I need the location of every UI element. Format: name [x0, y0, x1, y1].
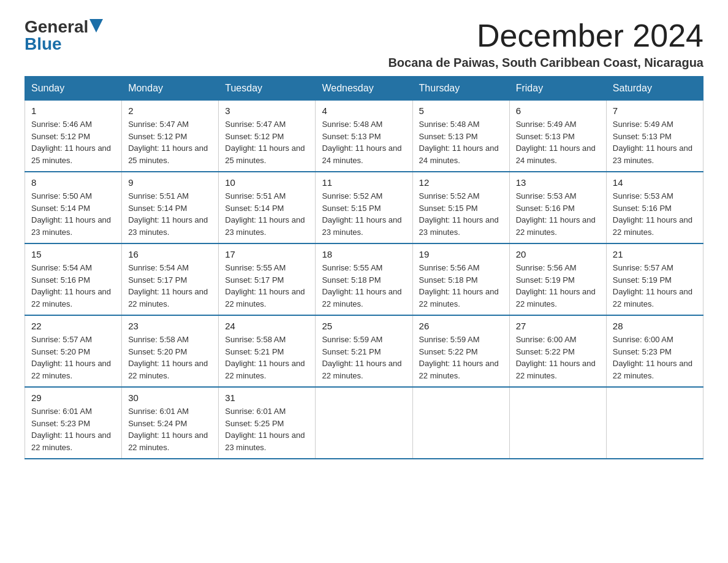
- day-number: 2: [128, 105, 212, 116]
- day-number: 26: [419, 321, 503, 331]
- logo-general-text: General: [25, 18, 88, 36]
- calendar-cell: 2 Sunrise: 5:47 AMSunset: 5:12 PMDayligh…: [122, 101, 219, 172]
- day-number: 12: [419, 177, 503, 188]
- logo-blue-text: Blue: [25, 36, 62, 53]
- day-info: Sunrise: 6:01 AMSunset: 5:24 PMDaylight:…: [128, 405, 212, 453]
- calendar-cell: 30 Sunrise: 6:01 AMSunset: 5:24 PMDaylig…: [122, 387, 219, 459]
- day-number: 24: [225, 321, 309, 331]
- day-info: Sunrise: 5:46 AMSunset: 5:12 PMDaylight:…: [31, 118, 115, 166]
- calendar-table: SundayMondayTuesdayWednesdayThursdayFrid…: [25, 76, 703, 459]
- calendar-week-row: 29 Sunrise: 6:01 AMSunset: 5:23 PMDaylig…: [25, 387, 703, 459]
- day-info: Sunrise: 5:54 AMSunset: 5:16 PMDaylight:…: [31, 262, 115, 310]
- logo: General Blue: [25, 18, 103, 53]
- day-number: 14: [613, 177, 697, 188]
- page-header: General Blue December 2024 Bocana de Pai…: [25, 18, 703, 70]
- day-info: Sunrise: 5:48 AMSunset: 5:13 PMDaylight:…: [322, 118, 406, 166]
- day-number: 11: [322, 177, 406, 188]
- calendar-cell: 29 Sunrise: 6:01 AMSunset: 5:23 PMDaylig…: [25, 387, 122, 459]
- day-info: Sunrise: 5:50 AMSunset: 5:14 PMDaylight:…: [31, 190, 115, 238]
- day-info: Sunrise: 5:51 AMSunset: 5:14 PMDaylight:…: [225, 190, 309, 238]
- calendar-cell: 24 Sunrise: 5:58 AMSunset: 5:21 PMDaylig…: [219, 315, 316, 387]
- calendar-cell: 31 Sunrise: 6:01 AMSunset: 5:25 PMDaylig…: [219, 387, 316, 459]
- day-number: 17: [225, 249, 309, 259]
- day-number: 3: [225, 105, 309, 116]
- day-number: 29: [31, 393, 115, 403]
- calendar-cell: [606, 387, 703, 459]
- calendar-cell: 14 Sunrise: 5:53 AMSunset: 5:16 PMDaylig…: [606, 172, 703, 243]
- calendar-cell: 5 Sunrise: 5:48 AMSunset: 5:13 PMDayligh…: [412, 101, 509, 172]
- calendar-cell: 20 Sunrise: 5:56 AMSunset: 5:19 PMDaylig…: [509, 243, 606, 315]
- calendar-cell: 6 Sunrise: 5:49 AMSunset: 5:13 PMDayligh…: [509, 101, 606, 172]
- day-number: 21: [613, 249, 697, 259]
- calendar-cell: [509, 387, 606, 459]
- day-info: Sunrise: 5:53 AMSunset: 5:16 PMDaylight:…: [516, 190, 600, 238]
- calendar-cell: 25 Sunrise: 5:59 AMSunset: 5:21 PMDaylig…: [316, 315, 412, 387]
- day-info: Sunrise: 6:00 AMSunset: 5:22 PMDaylight:…: [516, 334, 600, 381]
- calendar-cell: 11 Sunrise: 5:52 AMSunset: 5:15 PMDaylig…: [316, 172, 412, 243]
- day-info: Sunrise: 5:56 AMSunset: 5:19 PMDaylight:…: [516, 262, 600, 310]
- day-info: Sunrise: 6:01 AMSunset: 5:23 PMDaylight:…: [31, 405, 115, 453]
- day-number: 15: [31, 249, 115, 259]
- day-number: 6: [516, 105, 600, 116]
- day-number: 19: [419, 249, 503, 259]
- day-info: Sunrise: 5:54 AMSunset: 5:17 PMDaylight:…: [128, 262, 212, 310]
- day-info: Sunrise: 5:49 AMSunset: 5:13 PMDaylight:…: [613, 118, 697, 166]
- calendar-week-row: 8 Sunrise: 5:50 AMSunset: 5:14 PMDayligh…: [25, 172, 703, 243]
- calendar-cell: 19 Sunrise: 5:56 AMSunset: 5:18 PMDaylig…: [412, 243, 509, 315]
- day-info: Sunrise: 6:00 AMSunset: 5:23 PMDaylight:…: [613, 334, 697, 381]
- calendar-cell: 28 Sunrise: 6:00 AMSunset: 5:23 PMDaylig…: [606, 315, 703, 387]
- day-info: Sunrise: 5:48 AMSunset: 5:13 PMDaylight:…: [419, 118, 503, 166]
- header-thursday: Thursday: [412, 77, 509, 101]
- day-number: 22: [31, 321, 115, 331]
- day-info: Sunrise: 5:56 AMSunset: 5:18 PMDaylight:…: [419, 262, 503, 310]
- day-info: Sunrise: 5:57 AMSunset: 5:19 PMDaylight:…: [613, 262, 697, 310]
- header-friday: Friday: [509, 77, 606, 101]
- day-info: Sunrise: 5:58 AMSunset: 5:21 PMDaylight:…: [225, 334, 309, 381]
- calendar-cell: 3 Sunrise: 5:47 AMSunset: 5:12 PMDayligh…: [219, 101, 316, 172]
- day-number: 7: [613, 105, 697, 116]
- calendar-cell: 27 Sunrise: 6:00 AMSunset: 5:22 PMDaylig…: [509, 315, 606, 387]
- calendar-cell: 15 Sunrise: 5:54 AMSunset: 5:16 PMDaylig…: [25, 243, 122, 315]
- day-info: Sunrise: 6:01 AMSunset: 5:25 PMDaylight:…: [225, 405, 309, 453]
- calendar-week-row: 15 Sunrise: 5:54 AMSunset: 5:16 PMDaylig…: [25, 243, 703, 315]
- day-number: 25: [322, 321, 406, 331]
- calendar-cell: 23 Sunrise: 5:58 AMSunset: 5:20 PMDaylig…: [122, 315, 219, 387]
- day-number: 23: [128, 321, 212, 331]
- calendar-week-row: 22 Sunrise: 5:57 AMSunset: 5:20 PMDaylig…: [25, 315, 703, 387]
- day-info: Sunrise: 5:53 AMSunset: 5:16 PMDaylight:…: [613, 190, 697, 238]
- day-number: 1: [31, 105, 115, 116]
- day-number: 20: [516, 249, 600, 259]
- header-tuesday: Tuesday: [219, 77, 316, 101]
- day-number: 27: [516, 321, 600, 331]
- day-info: Sunrise: 5:47 AMSunset: 5:12 PMDaylight:…: [225, 118, 309, 166]
- day-info: Sunrise: 5:57 AMSunset: 5:20 PMDaylight:…: [31, 334, 115, 381]
- header-saturday: Saturday: [606, 77, 703, 101]
- day-info: Sunrise: 5:49 AMSunset: 5:13 PMDaylight:…: [516, 118, 600, 166]
- title-block: December 2024 Bocana de Paiwas, South Ca…: [388, 18, 703, 70]
- month-title: December 2024: [388, 18, 703, 53]
- day-number: 4: [322, 105, 406, 116]
- header-wednesday: Wednesday: [316, 77, 412, 101]
- logo-triangle-icon: [89, 19, 103, 33]
- day-number: 30: [128, 393, 212, 403]
- day-info: Sunrise: 5:55 AMSunset: 5:18 PMDaylight:…: [322, 262, 406, 310]
- calendar-cell: [412, 387, 509, 459]
- calendar-cell: 1 Sunrise: 5:46 AMSunset: 5:12 PMDayligh…: [25, 101, 122, 172]
- calendar-cell: 16 Sunrise: 5:54 AMSunset: 5:17 PMDaylig…: [122, 243, 219, 315]
- calendar-cell: 17 Sunrise: 5:55 AMSunset: 5:17 PMDaylig…: [219, 243, 316, 315]
- calendar-cell: [316, 387, 412, 459]
- calendar-cell: 8 Sunrise: 5:50 AMSunset: 5:14 PMDayligh…: [25, 172, 122, 243]
- location-subtitle: Bocana de Paiwas, South Caribbean Coast,…: [388, 56, 703, 70]
- day-number: 31: [225, 393, 309, 403]
- calendar-cell: 22 Sunrise: 5:57 AMSunset: 5:20 PMDaylig…: [25, 315, 122, 387]
- day-number: 16: [128, 249, 212, 259]
- calendar-cell: 7 Sunrise: 5:49 AMSunset: 5:13 PMDayligh…: [606, 101, 703, 172]
- calendar-cell: 12 Sunrise: 5:52 AMSunset: 5:15 PMDaylig…: [412, 172, 509, 243]
- day-info: Sunrise: 5:55 AMSunset: 5:17 PMDaylight:…: [225, 262, 309, 310]
- calendar-cell: 9 Sunrise: 5:51 AMSunset: 5:14 PMDayligh…: [122, 172, 219, 243]
- calendar-week-row: 1 Sunrise: 5:46 AMSunset: 5:12 PMDayligh…: [25, 101, 703, 172]
- day-number: 5: [419, 105, 503, 116]
- calendar-cell: 18 Sunrise: 5:55 AMSunset: 5:18 PMDaylig…: [316, 243, 412, 315]
- svg-marker-0: [89, 19, 103, 33]
- day-number: 8: [31, 177, 115, 188]
